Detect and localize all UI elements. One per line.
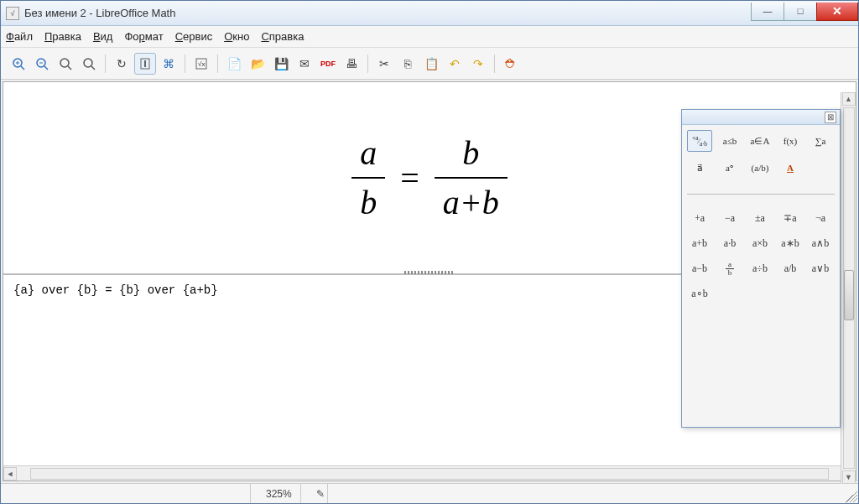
mail-icon[interactable]: ✉ — [294, 53, 315, 75]
save-icon[interactable]: 💾 — [270, 53, 292, 75]
op-plus-a[interactable]: +a — [687, 210, 712, 226]
toolbar-separator — [185, 55, 185, 73]
catalog-icon[interactable]: ⌘ — [158, 53, 180, 75]
copy-icon[interactable]: ⎘ — [397, 53, 419, 75]
op-minusplus-a[interactable]: ∓a — [778, 210, 803, 226]
svg-line-5 — [44, 66, 48, 70]
paste-icon[interactable]: 📋 — [420, 53, 442, 75]
op-a-times-b[interactable]: a×b — [747, 235, 773, 252]
formula-cursor-icon[interactable] — [134, 53, 156, 75]
fraction-bar — [435, 177, 508, 179]
zoom-out-icon[interactable] — [31, 53, 53, 75]
toolbar: ↻ ⌘ √x 📄 📂 💾 ✉ PDF 🖶 ✂ ⎘ 📋 ↶ ↷ ⛑ — [1, 48, 858, 80]
splitter-handle[interactable] — [404, 271, 455, 274]
op-a-ast-b[interactable]: a∗b — [778, 235, 803, 252]
minimize-button[interactable]: — — [751, 3, 784, 21]
category-unary-binary[interactable]: +a⁄a·b — [687, 130, 712, 152]
svg-line-8 — [68, 66, 71, 70]
svg-point-7 — [60, 59, 69, 67]
op-a-slash-b[interactable]: a/b — [778, 260, 803, 277]
category-functions[interactable]: f(x) — [778, 130, 803, 152]
menu-edit[interactable]: Правка — [44, 30, 81, 43]
category-others[interactable]: A — [778, 157, 803, 179]
category-relations[interactable]: a≤b — [717, 130, 742, 152]
menu-help[interactable]: Справка — [261, 30, 304, 43]
category-set-ops[interactable]: a∈A — [747, 130, 773, 152]
svg-point-9 — [84, 59, 92, 67]
cut-icon[interactable]: ✂ — [373, 53, 395, 75]
op-a-cdot-b[interactable]: a·b — [717, 235, 742, 252]
statusbar: 325% ✎ — [1, 483, 858, 503]
scroll-down-button[interactable]: ▼ — [842, 470, 856, 484]
refresh-icon[interactable]: ↻ — [111, 53, 133, 75]
formula-icon[interactable]: √x — [190, 53, 212, 75]
menu-file[interactable]: Файл — [6, 30, 33, 43]
scroll-left-button[interactable]: ◄ — [3, 467, 17, 481]
op-a-minus-b[interactable]: a−b — [687, 260, 712, 277]
menubar: Файл Правка Вид Формат Сервис Окно Справ… — [1, 26, 858, 48]
formula-code-text: {a} over {b} = {b} over {a+b} — [13, 283, 218, 297]
toolbar-separator — [367, 55, 368, 73]
menu-window[interactable]: Окно — [224, 30, 249, 43]
category-attributes[interactable]: a⃗ — [687, 157, 712, 179]
equals-sign: = — [400, 158, 419, 198]
op-a-or-b[interactable]: a∨b — [808, 260, 833, 277]
elements-panel-header[interactable]: ⊠ — [682, 110, 840, 125]
svg-line-1 — [21, 66, 24, 70]
app-window: √ Без имени 2 - LibreOffice Math — □ ✕ Ф… — [0, 0, 859, 504]
svg-text:√x: √x — [198, 60, 205, 68]
category-formats[interactable]: (a/b) — [747, 157, 773, 179]
op-neg-a[interactable]: ¬a — [808, 210, 833, 226]
fraction-2: b a+b — [435, 133, 508, 222]
numerator: b — [454, 133, 487, 173]
zoom-100-icon[interactable] — [55, 53, 76, 75]
fraction-1: a b — [351, 133, 385, 222]
open-icon[interactable]: 📂 — [247, 53, 268, 75]
maximize-button[interactable]: □ — [784, 3, 817, 21]
formula-render: a b = b a+b — [351, 133, 508, 222]
elements-operators: +a −a ±a ∓a ¬a a+b a·b a×b a∗b a∧b a−b a… — [682, 205, 840, 307]
menu-view[interactable]: Вид — [93, 30, 113, 43]
scroll-track[interactable] — [30, 468, 829, 480]
pdf-icon[interactable]: PDF — [317, 53, 339, 75]
scroll-up-button[interactable]: ▲ — [842, 92, 856, 106]
fraction-bar — [351, 177, 385, 179]
vertical-scrollbar[interactable]: ▲ ▼ — [841, 92, 856, 484]
new-icon[interactable]: 📄 — [223, 53, 245, 75]
denominator: b — [351, 183, 385, 222]
elements-close-icon[interactable]: ⊠ — [825, 112, 836, 123]
redo-icon[interactable]: ↷ — [467, 53, 489, 75]
print-icon[interactable]: 🖶 — [341, 53, 362, 75]
status-cell — [8, 484, 251, 503]
numerator: a — [351, 133, 385, 173]
elements-panel[interactable]: ⊠ +a⁄a·b a≤b a∈A f(x) ∑a a⃗ aᵒ (a/b) A +… — [681, 109, 841, 428]
toolbar-separator — [105, 55, 106, 73]
menu-format[interactable]: Формат — [124, 30, 163, 43]
titlebar: √ Без имени 2 - LibreOffice Math — □ ✕ — [1, 1, 858, 26]
zoom-level[interactable]: 325% — [258, 484, 301, 503]
category-operators[interactable]: ∑a — [808, 130, 833, 152]
close-button[interactable]: ✕ — [816, 3, 858, 21]
category-brackets[interactable]: aᵒ — [717, 157, 742, 179]
elements-divider — [687, 194, 835, 195]
op-plusminus-a[interactable]: ±a — [747, 210, 773, 226]
scroll-thumb[interactable] — [844, 270, 854, 320]
window-title: Без имени 2 - LibreOffice Math — [24, 7, 752, 19]
help-icon[interactable]: ⛑ — [500, 53, 522, 75]
undo-icon[interactable]: ↶ — [444, 53, 466, 75]
horizontal-scrollbar[interactable]: ◄ ► — [3, 465, 856, 481]
elements-categories: +a⁄a·b a≤b a∈A f(x) ∑a a⃗ aᵒ (a/b) A — [682, 125, 840, 184]
denominator: a+b — [435, 183, 508, 222]
app-icon: √ — [6, 7, 19, 20]
op-a-and-b[interactable]: a∧b — [808, 235, 833, 252]
op-a-div-b[interactable]: a÷b — [747, 260, 773, 277]
op-minus-a[interactable]: −a — [717, 210, 742, 226]
zoom-in-icon[interactable] — [8, 53, 29, 75]
op-a-circ-b[interactable]: a∘b — [687, 285, 712, 302]
scroll-track[interactable] — [843, 107, 855, 469]
resize-grip[interactable] — [846, 491, 857, 502]
menu-tools[interactable]: Сервис — [175, 30, 213, 43]
op-a-over-b[interactable]: ab — [717, 260, 742, 277]
zoom-fit-icon[interactable] — [78, 53, 100, 75]
op-a-plus-b[interactable]: a+b — [687, 235, 712, 252]
